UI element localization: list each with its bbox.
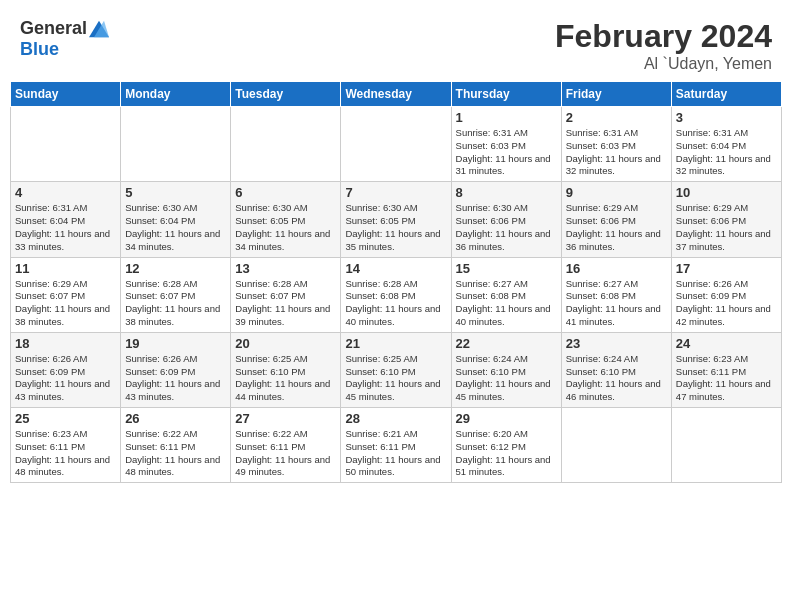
day-number: 4 xyxy=(15,185,116,200)
day-info: Sunrise: 6:21 AM Sunset: 6:11 PM Dayligh… xyxy=(345,428,446,479)
day-info: Sunrise: 6:29 AM Sunset: 6:06 PM Dayligh… xyxy=(566,202,667,253)
day-cell: 1Sunrise: 6:31 AM Sunset: 6:03 PM Daylig… xyxy=(451,107,561,182)
day-number: 15 xyxy=(456,261,557,276)
day-number: 18 xyxy=(15,336,116,351)
day-cell xyxy=(11,107,121,182)
day-cell: 4Sunrise: 6:31 AM Sunset: 6:04 PM Daylig… xyxy=(11,182,121,257)
day-info: Sunrise: 6:23 AM Sunset: 6:11 PM Dayligh… xyxy=(676,353,777,404)
day-number: 19 xyxy=(125,336,226,351)
day-cell xyxy=(561,408,671,483)
day-number: 17 xyxy=(676,261,777,276)
title-block: February 2024 Al `Udayn, Yemen xyxy=(555,18,772,73)
day-cell: 29Sunrise: 6:20 AM Sunset: 6:12 PM Dayli… xyxy=(451,408,561,483)
week-row-1: 1Sunrise: 6:31 AM Sunset: 6:03 PM Daylig… xyxy=(11,107,782,182)
day-info: Sunrise: 6:29 AM Sunset: 6:06 PM Dayligh… xyxy=(676,202,777,253)
day-cell: 7Sunrise: 6:30 AM Sunset: 6:05 PM Daylig… xyxy=(341,182,451,257)
day-info: Sunrise: 6:23 AM Sunset: 6:11 PM Dayligh… xyxy=(15,428,116,479)
day-cell: 5Sunrise: 6:30 AM Sunset: 6:04 PM Daylig… xyxy=(121,182,231,257)
day-cell: 26Sunrise: 6:22 AM Sunset: 6:11 PM Dayli… xyxy=(121,408,231,483)
day-cell xyxy=(231,107,341,182)
day-number: 7 xyxy=(345,185,446,200)
day-info: Sunrise: 6:24 AM Sunset: 6:10 PM Dayligh… xyxy=(456,353,557,404)
day-cell: 8Sunrise: 6:30 AM Sunset: 6:06 PM Daylig… xyxy=(451,182,561,257)
day-cell: 12Sunrise: 6:28 AM Sunset: 6:07 PM Dayli… xyxy=(121,257,231,332)
day-info: Sunrise: 6:27 AM Sunset: 6:08 PM Dayligh… xyxy=(456,278,557,329)
logo-icon xyxy=(89,19,109,39)
logo-general-text: General xyxy=(20,18,87,39)
day-number: 14 xyxy=(345,261,446,276)
day-info: Sunrise: 6:31 AM Sunset: 6:03 PM Dayligh… xyxy=(456,127,557,178)
day-info: Sunrise: 6:28 AM Sunset: 6:07 PM Dayligh… xyxy=(125,278,226,329)
day-info: Sunrise: 6:28 AM Sunset: 6:07 PM Dayligh… xyxy=(235,278,336,329)
day-info: Sunrise: 6:27 AM Sunset: 6:08 PM Dayligh… xyxy=(566,278,667,329)
day-info: Sunrise: 6:25 AM Sunset: 6:10 PM Dayligh… xyxy=(345,353,446,404)
day-cell: 28Sunrise: 6:21 AM Sunset: 6:11 PM Dayli… xyxy=(341,408,451,483)
day-info: Sunrise: 6:26 AM Sunset: 6:09 PM Dayligh… xyxy=(676,278,777,329)
day-number: 16 xyxy=(566,261,667,276)
day-info: Sunrise: 6:31 AM Sunset: 6:03 PM Dayligh… xyxy=(566,127,667,178)
day-info: Sunrise: 6:30 AM Sunset: 6:05 PM Dayligh… xyxy=(235,202,336,253)
day-number: 13 xyxy=(235,261,336,276)
weekday-header-tuesday: Tuesday xyxy=(231,82,341,107)
weekday-header-monday: Monday xyxy=(121,82,231,107)
day-number: 29 xyxy=(456,411,557,426)
day-cell: 25Sunrise: 6:23 AM Sunset: 6:11 PM Dayli… xyxy=(11,408,121,483)
day-cell: 19Sunrise: 6:26 AM Sunset: 6:09 PM Dayli… xyxy=(121,332,231,407)
day-number: 5 xyxy=(125,185,226,200)
day-info: Sunrise: 6:31 AM Sunset: 6:04 PM Dayligh… xyxy=(676,127,777,178)
logo-blue-text: Blue xyxy=(20,39,59,60)
day-info: Sunrise: 6:22 AM Sunset: 6:11 PM Dayligh… xyxy=(125,428,226,479)
day-cell: 27Sunrise: 6:22 AM Sunset: 6:11 PM Dayli… xyxy=(231,408,341,483)
calendar-table: SundayMondayTuesdayWednesdayThursdayFrid… xyxy=(10,81,782,483)
day-number: 25 xyxy=(15,411,116,426)
day-number: 21 xyxy=(345,336,446,351)
weekday-header-sunday: Sunday xyxy=(11,82,121,107)
day-number: 23 xyxy=(566,336,667,351)
day-info: Sunrise: 6:30 AM Sunset: 6:04 PM Dayligh… xyxy=(125,202,226,253)
day-number: 27 xyxy=(235,411,336,426)
day-cell xyxy=(341,107,451,182)
weekday-header-row: SundayMondayTuesdayWednesdayThursdayFrid… xyxy=(11,82,782,107)
day-cell: 6Sunrise: 6:30 AM Sunset: 6:05 PM Daylig… xyxy=(231,182,341,257)
day-cell: 23Sunrise: 6:24 AM Sunset: 6:10 PM Dayli… xyxy=(561,332,671,407)
week-row-2: 4Sunrise: 6:31 AM Sunset: 6:04 PM Daylig… xyxy=(11,182,782,257)
page-header: General Blue February 2024 Al `Udayn, Ye… xyxy=(10,10,782,77)
day-cell: 3Sunrise: 6:31 AM Sunset: 6:04 PM Daylig… xyxy=(671,107,781,182)
day-info: Sunrise: 6:30 AM Sunset: 6:06 PM Dayligh… xyxy=(456,202,557,253)
day-info: Sunrise: 6:28 AM Sunset: 6:08 PM Dayligh… xyxy=(345,278,446,329)
day-info: Sunrise: 6:29 AM Sunset: 6:07 PM Dayligh… xyxy=(15,278,116,329)
weekday-header-wednesday: Wednesday xyxy=(341,82,451,107)
day-cell: 21Sunrise: 6:25 AM Sunset: 6:10 PM Dayli… xyxy=(341,332,451,407)
day-info: Sunrise: 6:20 AM Sunset: 6:12 PM Dayligh… xyxy=(456,428,557,479)
day-number: 10 xyxy=(676,185,777,200)
day-cell xyxy=(671,408,781,483)
weekday-header-saturday: Saturday xyxy=(671,82,781,107)
day-number: 26 xyxy=(125,411,226,426)
week-row-5: 25Sunrise: 6:23 AM Sunset: 6:11 PM Dayli… xyxy=(11,408,782,483)
day-cell: 16Sunrise: 6:27 AM Sunset: 6:08 PM Dayli… xyxy=(561,257,671,332)
logo: General Blue xyxy=(20,18,109,60)
day-cell: 22Sunrise: 6:24 AM Sunset: 6:10 PM Dayli… xyxy=(451,332,561,407)
day-cell: 2Sunrise: 6:31 AM Sunset: 6:03 PM Daylig… xyxy=(561,107,671,182)
day-cell: 24Sunrise: 6:23 AM Sunset: 6:11 PM Dayli… xyxy=(671,332,781,407)
day-cell: 17Sunrise: 6:26 AM Sunset: 6:09 PM Dayli… xyxy=(671,257,781,332)
day-number: 24 xyxy=(676,336,777,351)
weekday-header-thursday: Thursday xyxy=(451,82,561,107)
day-info: Sunrise: 6:31 AM Sunset: 6:04 PM Dayligh… xyxy=(15,202,116,253)
day-number: 20 xyxy=(235,336,336,351)
week-row-4: 18Sunrise: 6:26 AM Sunset: 6:09 PM Dayli… xyxy=(11,332,782,407)
day-info: Sunrise: 6:30 AM Sunset: 6:05 PM Dayligh… xyxy=(345,202,446,253)
day-number: 3 xyxy=(676,110,777,125)
day-number: 22 xyxy=(456,336,557,351)
month-title: February 2024 xyxy=(555,18,772,55)
day-number: 9 xyxy=(566,185,667,200)
day-cell: 15Sunrise: 6:27 AM Sunset: 6:08 PM Dayli… xyxy=(451,257,561,332)
week-row-3: 11Sunrise: 6:29 AM Sunset: 6:07 PM Dayli… xyxy=(11,257,782,332)
day-number: 8 xyxy=(456,185,557,200)
day-number: 28 xyxy=(345,411,446,426)
day-cell: 18Sunrise: 6:26 AM Sunset: 6:09 PM Dayli… xyxy=(11,332,121,407)
day-number: 6 xyxy=(235,185,336,200)
day-info: Sunrise: 6:26 AM Sunset: 6:09 PM Dayligh… xyxy=(125,353,226,404)
day-info: Sunrise: 6:26 AM Sunset: 6:09 PM Dayligh… xyxy=(15,353,116,404)
weekday-header-friday: Friday xyxy=(561,82,671,107)
